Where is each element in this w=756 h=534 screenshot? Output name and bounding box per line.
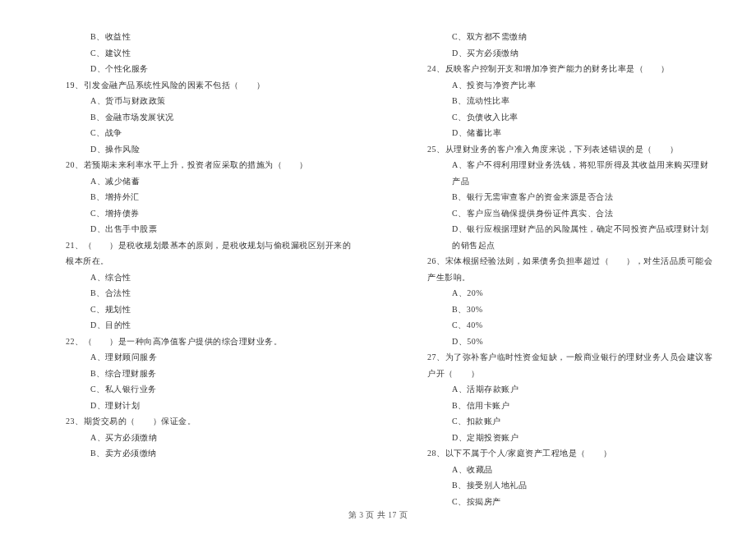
right-column: C、双方都不需缴纳 D、买方必须缴纳 24、反映客户控制开支和增加净资产能力的财… xyxy=(403,29,715,509)
option: D、买方必须缴纳 xyxy=(403,45,715,62)
option: B、合法性 xyxy=(41,285,353,302)
option: A、买方必须缴纳 xyxy=(41,430,353,446)
option: A、客户不得利用理财业务洗钱，将犯罪所得及其收益用来购买理财产品 xyxy=(403,157,715,189)
question-25: 25、从理财业务的客户准入角度来说，下列表述错误的是（ ） xyxy=(403,141,715,158)
exam-page: B、收益性 C、建议性 D、个性化服务 19、引发金融产品系统性风险的因素不包括… xyxy=(0,0,756,534)
option: C、战争 xyxy=(41,125,353,141)
option: B、流动性比率 xyxy=(403,93,715,109)
option: D、储蓄比率 xyxy=(403,125,715,141)
option: D、定期投资账户 xyxy=(403,430,715,446)
option: A、收藏品 xyxy=(403,462,715,478)
option: A、理财顾问服务 xyxy=(41,349,353,366)
option: B、银行无需审查客户的资金来源是否合法 xyxy=(403,189,715,205)
option: D、理财计划 xyxy=(41,398,353,414)
option: D、目的性 xyxy=(41,317,353,334)
option: B、卖方必须缴纳 xyxy=(41,445,353,462)
option: A、货币与财政政策 xyxy=(41,93,353,109)
option: C、按揭房产 xyxy=(403,494,715,510)
option: C、双方都不需缴纳 xyxy=(403,29,715,45)
option: C、规划性 xyxy=(41,302,353,318)
page-footer: 第 3 页 共 17 页 xyxy=(0,510,756,521)
left-column: B、收益性 C、建议性 D、个性化服务 19、引发金融产品系统性风险的因素不包括… xyxy=(41,29,353,509)
option: C、客户应当确保提供身份证件真实、合法 xyxy=(403,205,715,222)
option: D、出售手中股票 xyxy=(41,221,353,237)
option: A、减少储蓄 xyxy=(41,173,353,190)
option: D、个性化服务 xyxy=(41,61,353,77)
option: C、增持债券 xyxy=(41,205,353,222)
option: B、金融市场发展状况 xyxy=(41,109,353,126)
option: B、综合理财服务 xyxy=(41,366,353,382)
question-21: 21、（ ）是税收规划最基本的原则，是税收规划与偷税漏税区别开来的根本所在。 xyxy=(41,237,353,269)
question-28: 28、以下不属于个人/家庭资产工程地是（ ） xyxy=(403,445,715,462)
option: C、40% xyxy=(403,317,715,334)
option: C、私人银行业务 xyxy=(41,381,353,398)
option: A、投资与净资产比率 xyxy=(403,77,715,94)
question-20: 20、若预期未来利率水平上升，投资者应采取的措施为（ ） xyxy=(41,157,353,173)
option: B、信用卡账户 xyxy=(403,398,715,414)
option: C、建议性 xyxy=(41,45,353,62)
option: A、活期存款账户 xyxy=(403,381,715,398)
question-26: 26、宋体根据经验法则，如果债务负担率超过（ ），对生活品质可能会产生影响。 xyxy=(403,253,715,285)
question-19: 19、引发金融产品系统性风险的因素不包括（ ） xyxy=(41,77,353,94)
option: D、50% xyxy=(403,334,715,350)
question-27: 27、为了弥补客户临时性资金短缺，一般商业银行的理财业务人员会建议客户开（ ） xyxy=(403,349,715,381)
option: B、接受别人地礼品 xyxy=(403,477,715,494)
option: B、30% xyxy=(403,302,715,318)
option: B、增持外汇 xyxy=(41,189,353,205)
question-23: 23、期货交易的（ ）保证金。 xyxy=(41,413,353,430)
option: A、20% xyxy=(403,285,715,302)
question-24: 24、反映客户控制开支和增加净资产能力的财务比率是（ ） xyxy=(403,61,715,77)
option: C、扣款账户 xyxy=(403,413,715,430)
option: A、综合性 xyxy=(41,269,353,286)
question-22: 22、（ ）是一种向高净值客户提供的综合理财业务。 xyxy=(41,334,353,350)
option: B、收益性 xyxy=(41,29,353,45)
option: D、银行应根据理财产品的风险属性，确定不同投资产品或理财计划的销售起点 xyxy=(403,221,715,253)
option: C、负债收入比率 xyxy=(403,109,715,126)
option: D、操作风险 xyxy=(41,141,353,158)
